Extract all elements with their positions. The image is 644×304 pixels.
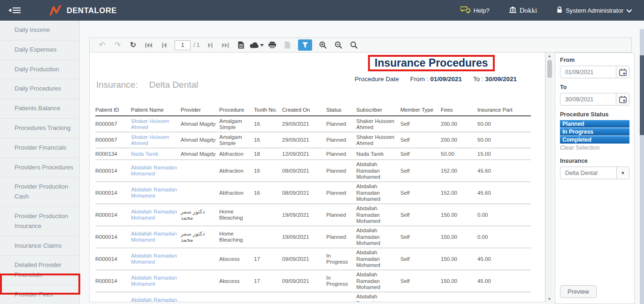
cell-subscriber: Abdallah Ramadan Mohamed <box>356 183 400 202</box>
prev-page-button[interactable] <box>156 39 172 51</box>
cell-part: 15.00 <box>477 151 531 157</box>
page-scrollbar-thumb[interactable] <box>640 55 644 135</box>
zoom-out-button[interactable] <box>330 39 346 51</box>
status-option-in-progress[interactable]: In Progress <box>560 128 629 136</box>
sidebar-item-insurance-claims[interactable]: Insurance Claims <box>0 236 79 256</box>
scroll-up-icon[interactable]: ▲ <box>546 53 553 59</box>
cell-name[interactable]: Abdallah Ramadan Mohamed <box>131 209 181 221</box>
cell-member: Self <box>400 256 441 262</box>
cell-id: R000014 <box>95 190 131 196</box>
sidebar-item-detailed-provider-financials[interactable]: Detailed Provider Financials <box>0 256 79 285</box>
cell-subscriber: Shaker Huissen Ahmed <box>356 118 400 130</box>
status-option-completed[interactable]: Completed <box>560 136 629 144</box>
column-header-procedure: Procedure <box>219 107 254 113</box>
user-menu[interactable]: System Administrator <box>557 6 632 15</box>
annotation-box-title: Insurance Procedures <box>368 55 495 71</box>
to-filter-label: To <box>560 84 629 91</box>
cell-name[interactable]: Abdallah Ramadan Mohamed <box>131 187 181 199</box>
cell-status: Planned <box>326 234 356 240</box>
first-page-button[interactable] <box>141 39 156 51</box>
column-header-member: Member Type <box>400 107 441 113</box>
sidebar-item-daily-procedures[interactable]: Daily Procedures <box>0 79 79 99</box>
chat-icon <box>460 6 470 15</box>
sidebar-item-daily-expenses[interactable]: Daily Expenses <box>0 40 79 60</box>
from-date-input[interactable] <box>560 66 616 78</box>
sidebar-item-procedures-tracking[interactable]: Procedures Tracking <box>0 119 79 138</box>
lock-icon <box>557 6 562 15</box>
to-calendar-button[interactable] <box>616 93 629 105</box>
cell-created: 12/09/2021 <box>282 151 326 157</box>
scrollbar-thumb[interactable] <box>547 60 552 78</box>
sidebar-item-daily-production[interactable]: Daily Production <box>0 60 79 80</box>
filter-button[interactable] <box>298 39 312 51</box>
cell-procedure: Home Bleaching <box>219 209 254 221</box>
cell-status: Planned <box>326 168 356 174</box>
last-page-button[interactable] <box>218 39 233 51</box>
sidebar-item-patients-balance[interactable]: Patients Balance <box>0 99 79 119</box>
last-page-icon <box>222 43 229 48</box>
from-calendar-button[interactable] <box>616 66 629 78</box>
zoom-in-icon <box>319 41 327 49</box>
clear-selection-link[interactable]: Clear Selection <box>560 144 629 151</box>
to-date-input[interactable] <box>560 93 616 105</box>
cell-id: R000067 <box>95 137 131 143</box>
sidebar-item-daily-income[interactable]: Daily Income <box>0 21 79 40</box>
zoom-in-button[interactable] <box>315 39 330 51</box>
undo-button[interactable]: ↶ <box>94 39 110 51</box>
page-scrollbar[interactable] <box>640 21 644 304</box>
cell-procedure: Abscess <box>219 278 254 284</box>
report-toolbar: ↶ ↷ ↻ / 1 <box>89 38 632 53</box>
cell-created: 08/09/2021 <box>282 168 326 174</box>
help-button[interactable]: Help? <box>460 6 490 15</box>
export-document-button[interactable] <box>233 39 249 51</box>
cell-tooth: 16 <box>254 168 282 174</box>
report-page: Insurance Procedures Procedure Date From… <box>89 53 545 302</box>
sidebar-item-provider-financials[interactable]: Provider Financials <box>0 138 79 158</box>
table-row: R000014Abdallah Ramadan Mohamedدكتور سمر… <box>95 204 531 226</box>
cell-name[interactable]: Shaker Huissen Ahmed <box>131 134 181 146</box>
cell-fees: 50.00 <box>441 151 477 157</box>
cell-name[interactable]: Abdallah Ramadan Mohamed <box>131 297 181 302</box>
insurance-select-value: Delta Dental <box>560 167 616 179</box>
search-button[interactable] <box>346 39 361 51</box>
cell-name[interactable]: Shaker Huissen Ahmed <box>131 118 181 130</box>
cell-part: 50.00 <box>477 137 531 143</box>
branch-menu[interactable]: Dokki <box>509 7 537 15</box>
cell-name[interactable]: Nada Tarek <box>131 151 181 157</box>
dropdown-arrow-icon: ▼ <box>616 167 629 179</box>
cell-name[interactable]: Abdallah Ramadan Mohamed <box>131 165 181 177</box>
next-page-button[interactable] <box>202 39 218 51</box>
scroll-down-icon[interactable]: ▼ <box>546 296 553 302</box>
print-page-button[interactable] <box>280 39 295 51</box>
insurance-select[interactable]: Delta Dental ▼ <box>560 167 629 179</box>
cell-fees: 200.00 <box>441 121 477 127</box>
cell-name[interactable]: Abdallah Ramadan Mohamed <box>131 253 181 265</box>
sidebar-collapse-button[interactable] <box>8 6 21 15</box>
report-scrollbar[interactable]: ▲ ▼ <box>545 53 553 302</box>
cell-name[interactable]: Abdallah Ramadan Mohamed <box>131 275 181 287</box>
cell-name[interactable]: Abdallah Ramadan Mohamed <box>131 231 181 243</box>
table-row: R000014Abdallah Ramadan MohamedAbfractio… <box>95 160 531 182</box>
cell-id: R000067 <box>95 121 131 127</box>
cloud-download-icon <box>250 42 259 48</box>
download-button[interactable] <box>249 39 264 51</box>
print-button[interactable] <box>264 39 280 51</box>
cell-created: 29/09/2021 <box>282 137 326 143</box>
sidebar-item-provider-fees[interactable]: Provider Fees <box>0 285 79 304</box>
sidebar-item-providers-procedures[interactable]: Providers Procedures <box>0 158 79 178</box>
preview-button[interactable]: Preview <box>560 285 597 298</box>
status-option-planned[interactable]: Planned <box>560 120 629 128</box>
cell-created: 19/09/2021 <box>282 234 326 240</box>
sidebar-item-provider-production-insurance[interactable]: Provider Production Insurance <box>0 207 79 236</box>
report-table-body: R000067Shaker Huissen AhmedAhmad MagdyAm… <box>95 116 531 302</box>
collapse-arrow-icon <box>8 8 11 12</box>
page-number-input[interactable] <box>175 40 191 50</box>
cell-created: 09/09/2021 <box>282 278 326 284</box>
redo-button[interactable]: ↷ <box>110 39 125 51</box>
refresh-button[interactable]: ↻ <box>125 39 141 51</box>
clinic-building-icon <box>509 7 516 15</box>
column-header-created: Created On <box>282 107 326 113</box>
cell-part: 50.00 <box>477 121 531 127</box>
sidebar-item-provider-production-cash[interactable]: Provider Production Cash <box>0 177 79 207</box>
table-row: R000014Abdallah Ramadan MohamedAbscess17… <box>95 270 531 292</box>
